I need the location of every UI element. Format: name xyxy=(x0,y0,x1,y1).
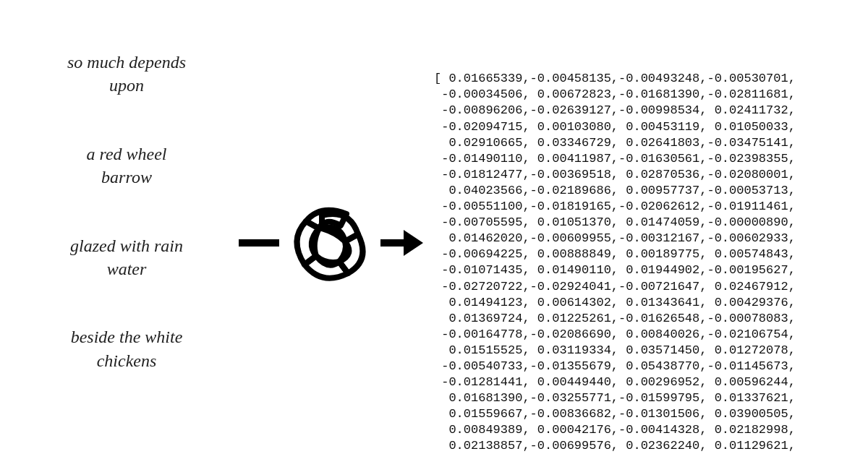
poem-line: upon xyxy=(29,74,224,97)
poem-stanza: so much dependsupon xyxy=(29,51,224,98)
embedding-row: -0.01490110, 0.00411987,-0.01630561,-0.0… xyxy=(434,151,854,167)
embedding-row: -0.01812477,-0.00369518, 0.02870536,-0.0… xyxy=(434,167,854,183)
embedding-row: -0.00705595, 0.01051370, 0.01474059,-0.0… xyxy=(434,215,854,231)
embedding-row: -0.00540733,-0.01355679, 0.05438770,-0.0… xyxy=(434,359,854,374)
embedding-row: -0.00694225, 0.00888849, 0.00189775, 0.0… xyxy=(434,247,854,262)
embedding-row: [ 0.01665339,-0.00458135,-0.00493248,-0.… xyxy=(434,71,854,87)
embedding-vector: [ 0.01665339,-0.00458135,-0.00493248,-0.… xyxy=(434,23,854,454)
poem-stanza: a red wheelbarrow xyxy=(29,142,224,189)
svg-marker-2 xyxy=(404,230,423,256)
embedding-row: 0.01494123, 0.00614302, 0.01343641, 0.00… xyxy=(434,295,854,311)
embedding-row: -0.01071435, 0.01490110, 0.01944902,-0.0… xyxy=(434,262,854,278)
embedding-row: -0.00164778,-0.02086690, 0.00840026,-0.0… xyxy=(434,327,854,343)
embedding-row: -0.02094715, 0.00103080, 0.00453119, 0.0… xyxy=(434,119,854,135)
poem-line: water xyxy=(29,257,224,280)
embedding-row: 0.01462020,-0.00609955,-0.00312167,-0.00… xyxy=(434,231,854,247)
arrow-svg xyxy=(239,192,423,294)
embedding-row: 0.00849389, 0.00042176,-0.00414328, 0.02… xyxy=(434,422,854,438)
embedding-row: 0.04023566,-0.02189686, 0.00957737,-0.00… xyxy=(434,183,854,199)
embedding-row: 0.02910665, 0.03346729, 0.02641803,-0.03… xyxy=(434,135,854,151)
poem-stanza: glazed with rainwater xyxy=(29,234,224,281)
embedding-row: -0.00551100,-0.01819165,-0.02062612,-0.0… xyxy=(434,199,854,215)
embedding-row: 0.01559667,-0.00836682,-0.01301506, 0.03… xyxy=(434,406,854,422)
poem-line: beside the white xyxy=(29,325,224,348)
embedding-row: 0.01681390,-0.03255771,-0.01599795, 0.01… xyxy=(434,390,854,406)
embedding-row: -0.02720722,-0.02924041,-0.00721647, 0.0… xyxy=(434,279,854,295)
poem-stanza: beside the whitechickens xyxy=(29,325,224,372)
poem-line: chickens xyxy=(29,349,224,372)
transform-arrow xyxy=(239,217,423,267)
diagram-canvas: so much dependsupona red wheelbarrowglaz… xyxy=(0,0,868,454)
embedding-row: 0.01515525, 0.03119334, 0.03571450, 0.01… xyxy=(434,343,854,359)
openai-logo-icon xyxy=(297,210,362,278)
poem-line: glazed with rain xyxy=(29,234,224,257)
embedding-row: 0.02138857,-0.00699576, 0.02362240, 0.01… xyxy=(434,438,854,454)
embedding-row: -0.00896206,-0.02639127,-0.00998534, 0.0… xyxy=(434,103,854,119)
embedding-row: -0.00034506, 0.00672823,-0.01681390,-0.0… xyxy=(434,87,854,103)
input-poem: so much dependsupona red wheelbarrowglaz… xyxy=(29,51,224,372)
poem-line: so much depends xyxy=(29,51,224,74)
embedding-row: -0.01281441, 0.00449440, 0.00296952, 0.0… xyxy=(434,374,854,390)
embedding-row: 0.01369724, 0.01225261,-0.01626548,-0.00… xyxy=(434,311,854,327)
poem-line: a red wheel xyxy=(29,142,224,166)
poem-line: barrow xyxy=(29,166,224,189)
